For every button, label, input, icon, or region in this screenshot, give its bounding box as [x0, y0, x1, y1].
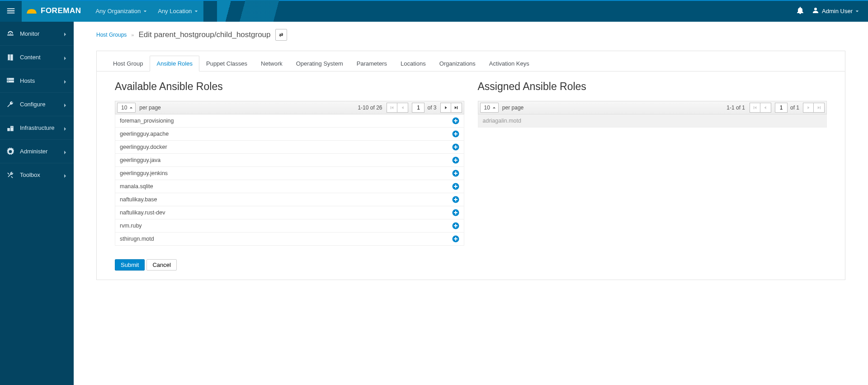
- notifications-button[interactable]: [797, 7, 804, 15]
- brand[interactable]: FOREMAN: [22, 0, 90, 22]
- caret-down-icon: [143, 8, 147, 14]
- caret-down-icon: [194, 8, 198, 14]
- menu-toggle-button[interactable]: [0, 0, 22, 22]
- hamburger-icon: [6, 6, 16, 16]
- location-selector[interactable]: Any Location: [152, 0, 203, 22]
- top-navbar: FOREMAN Any Organization Any Location Ad…: [0, 0, 868, 22]
- brand-text: FOREMAN: [41, 6, 81, 15]
- user-name-label: Admin User: [822, 8, 853, 14]
- decorative-stripes: [217, 0, 389, 22]
- organization-selector[interactable]: Any Organization: [90, 0, 152, 22]
- org-selector-label: Any Organization: [95, 8, 141, 14]
- loc-selector-label: Any Location: [158, 8, 192, 14]
- brand-logo-icon: [26, 6, 37, 15]
- user-icon: [812, 7, 819, 15]
- user-menu[interactable]: Admin User: [812, 7, 859, 15]
- svg-rect-0: [27, 12, 37, 14]
- caret-down-icon: [855, 8, 859, 14]
